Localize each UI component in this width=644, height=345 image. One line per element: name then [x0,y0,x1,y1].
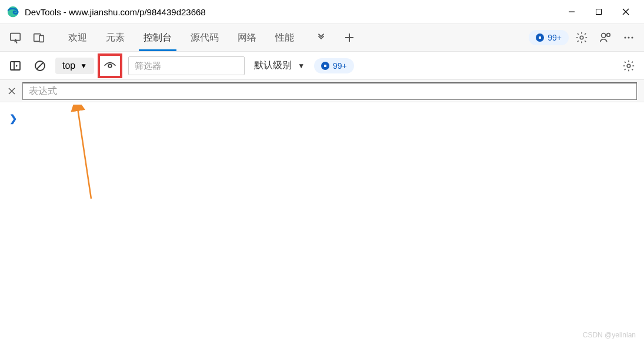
toolbar-issues-count: 99+ [333,61,347,71]
new-tab-icon[interactable] [339,27,360,48]
watermark: CSDN @yelinlan [583,331,636,339]
tab-network[interactable]: 网络 [228,24,266,51]
tab-sources[interactable]: 源代码 [181,24,228,51]
issues-badge[interactable]: 99+ [529,30,569,45]
dropdown-triangle-icon: ▼ [298,62,305,70]
edge-browser-icon [7,6,19,18]
feedback-icon[interactable] [595,27,616,48]
minimize-button[interactable] [558,2,585,21]
settings-gear-icon[interactable] [571,27,592,48]
svg-point-15 [631,36,633,38]
clear-console-icon[interactable] [31,56,49,75]
tab-console[interactable]: 控制台 [134,24,181,51]
close-expression-icon[interactable] [6,85,18,97]
toggle-sidebar-icon[interactable] [6,56,25,75]
level-value: 默认级别 [254,59,292,72]
live-expression-bar [0,80,644,102]
svg-point-14 [628,36,629,38]
window-title: DevTools - www.jianshu.com/p/984439d2366… [25,7,558,17]
filter-input[interactable] [128,56,245,75]
execution-context-dropdown[interactable]: top ▼ [55,58,94,74]
log-level-dropdown[interactable]: 默认级别 ▼ [251,59,308,72]
console-prompt-icon: ❯ [9,113,17,123]
inspect-element-icon[interactable] [5,27,26,48]
svg-line-19 [37,63,43,69]
svg-rect-16 [11,62,20,70]
more-tabs-icon[interactable] [311,27,332,48]
create-live-expression-icon[interactable] [100,56,120,76]
svg-point-21 [627,64,630,68]
more-menu-icon[interactable] [618,27,639,48]
live-expression-highlight [98,53,122,78]
issue-dot-icon [321,62,329,70]
console-settings-gear-icon[interactable] [619,56,638,75]
svg-rect-7 [39,35,44,42]
svg-point-13 [624,36,626,38]
context-value: top [62,61,75,71]
tab-performance[interactable]: 性能 [266,24,303,51]
svg-point-11 [602,34,606,38]
toolbar-issues-badge[interactable]: 99+ [314,58,354,73]
titlebar: DevTools - www.jianshu.com/p/984439d2366… [0,0,644,24]
tab-elements[interactable]: 元素 [96,24,134,51]
expression-input[interactable] [22,82,637,100]
tab-list: 欢迎 元素 控制台 源代码 网络 性能 [59,24,303,51]
issue-dot-icon [536,34,544,42]
svg-point-20 [108,64,112,68]
console-output[interactable]: ❯ [0,102,644,135]
tab-welcome[interactable]: 欢迎 [59,24,96,51]
maximize-button[interactable] [585,2,612,21]
svg-point-12 [607,34,610,37]
devtools-tabbar: 欢迎 元素 控制台 源代码 网络 性能 99+ [0,24,644,52]
dropdown-triangle-icon: ▼ [80,62,87,70]
console-toolbar: top ▼ 默认级别 ▼ 99+ [0,52,644,80]
svg-point-10 [580,36,583,39]
svg-rect-2 [596,9,602,15]
issues-count: 99+ [548,33,562,42]
device-toolbar-icon[interactable] [28,27,49,48]
close-window-button[interactable] [612,2,639,21]
